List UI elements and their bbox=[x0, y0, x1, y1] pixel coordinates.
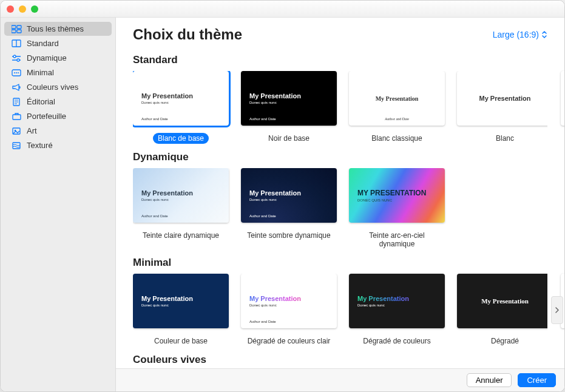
theme-grid: My PresentationDonec quis nuncCouleur de… bbox=[133, 274, 547, 346]
svg-point-11 bbox=[14, 72, 15, 73]
svg-rect-0 bbox=[12, 25, 16, 29]
theme-label: Dégradé bbox=[486, 336, 524, 346]
theme-card[interactable]: My PresentationDonec quis nuncAuthor and… bbox=[133, 168, 229, 249]
briefcase-icon bbox=[12, 112, 22, 121]
svg-rect-1 bbox=[17, 25, 21, 29]
thumb-sub: DONEC QUIS NUNC bbox=[357, 198, 436, 202]
sidebar-item-minimal[interactable]: Minimal bbox=[4, 66, 112, 79]
megaphone-icon bbox=[12, 83, 22, 92]
theme-card[interactable]: My PresentationDonec quis nuncAuthor and… bbox=[241, 274, 337, 346]
texture-icon bbox=[12, 141, 22, 150]
theme-label: Blanc classique bbox=[367, 133, 427, 144]
theme-card[interactable]: My PresentationDonec quis nuncDégradé de… bbox=[349, 274, 445, 346]
sidebar: Tous les thèmesStandardDynamiqueMinimalC… bbox=[1, 18, 116, 391]
thumb-title: MY PRESENTATION bbox=[357, 189, 436, 197]
theme-label: Teinte sombre dynamique bbox=[242, 230, 335, 241]
thumb-sub: Donec quis nunc bbox=[249, 101, 328, 104]
thumb-foot: Author and Date bbox=[141, 117, 168, 121]
titlebar bbox=[1, 1, 564, 18]
theme-card[interactable]: My PresentationDonec quis nuncAuthor and… bbox=[133, 71, 229, 144]
sidebar-item-éditorial[interactable]: Éditorial bbox=[4, 95, 112, 109]
minimize-icon[interactable] bbox=[19, 5, 26, 13]
theme-peek bbox=[561, 71, 564, 126]
thumb-sub: Donec quis nunc bbox=[141, 101, 220, 104]
thumb-title: My Presentation bbox=[249, 295, 328, 302]
theme-thumbnail: My PresentationDonec quis nuncAuthor and… bbox=[241, 274, 337, 328]
body: Tous les thèmesStandardDynamiqueMinimalC… bbox=[1, 18, 564, 391]
theme-label: Teinte claire dynamique bbox=[138, 230, 224, 241]
sidebar-item-couleurs-vives[interactable]: Couleurs vives bbox=[4, 80, 112, 94]
document-icon bbox=[12, 98, 22, 106]
sidebar-item-label: Portefeuille bbox=[27, 112, 66, 121]
theme-label: Dégradé de couleurs clair bbox=[243, 336, 336, 346]
window-controls bbox=[7, 5, 38, 13]
svg-point-12 bbox=[16, 72, 17, 73]
section-dynamique: My PresentationDonec quis nuncAuthor and… bbox=[133, 168, 564, 249]
theme-label: Blanc bbox=[491, 133, 519, 144]
thumb-sub: Donec quis nunc bbox=[249, 303, 328, 307]
section-title: Couleurs vives bbox=[133, 354, 564, 366]
thumb-sub: Donec quis nunc bbox=[141, 198, 220, 201]
sidebar-item-art[interactable]: Art bbox=[4, 124, 112, 138]
thumb-title: My Presentation bbox=[479, 95, 531, 102]
theme-card[interactable]: My PresentationDonec quis nuncAuthor and… bbox=[241, 168, 337, 249]
theme-thumbnail: My PresentationDonec quis nunc bbox=[349, 274, 445, 328]
theme-label: Couleur de base bbox=[149, 336, 212, 346]
theme-thumbnail: My PresentationDonec quis nuncAuthor and… bbox=[133, 168, 229, 223]
chevron-right-icon bbox=[555, 306, 560, 314]
section-title: Minimal bbox=[133, 257, 564, 269]
thumb-title: My Presentation bbox=[357, 295, 436, 302]
footer: Annuler Créer bbox=[116, 368, 564, 391]
sidebar-item-label: Minimal bbox=[27, 68, 54, 77]
dots-icon bbox=[12, 69, 22, 77]
svg-rect-18 bbox=[13, 115, 21, 120]
svg-point-13 bbox=[18, 72, 19, 73]
sidebar-item-portefeuille[interactable]: Portefeuille bbox=[4, 109, 112, 123]
chevron-updown-icon bbox=[541, 30, 547, 39]
sidebar-item-label: Dynamique bbox=[27, 53, 67, 63]
theme-card[interactable]: My PresentationBlanc bbox=[457, 71, 547, 144]
section-title: Dynamique bbox=[133, 151, 564, 163]
slide-size-label: Large (16:9) bbox=[493, 30, 539, 39]
close-icon[interactable] bbox=[7, 5, 14, 13]
sidebar-item-dynamique[interactable]: Dynamique bbox=[4, 51, 112, 65]
sidebar-item-label: Standard bbox=[27, 39, 59, 48]
content-scroll[interactable]: StandardMy PresentationDonec quis nuncAu… bbox=[116, 47, 564, 368]
section-standard: My PresentationDonec quis nuncAuthor and… bbox=[133, 71, 564, 144]
theme-thumbnail: My PresentationDonec quis nuncAuthor and… bbox=[133, 71, 229, 126]
sidebar-item-label: Éditorial bbox=[27, 97, 55, 106]
theme-chooser-window: Tous les thèmesStandardDynamiqueMinimalC… bbox=[0, 0, 565, 392]
sidebar-item-tous-les-thèmes[interactable]: Tous les thèmes bbox=[4, 22, 112, 36]
art-icon bbox=[12, 127, 22, 135]
theme-card[interactable]: My PresentationDonec quis nuncAuthor and… bbox=[241, 71, 337, 144]
theme-thumbnail: MY PRESENTATIONDONEC QUIS NUNC bbox=[349, 168, 445, 223]
theme-card[interactable]: My PresentationDonec quis nuncCouleur de… bbox=[133, 274, 229, 346]
section-title: Standard bbox=[133, 54, 564, 66]
svg-point-9 bbox=[17, 59, 19, 61]
theme-label: Blanc de base bbox=[153, 133, 209, 144]
sidebar-item-standard[interactable]: Standard bbox=[4, 36, 112, 50]
sidebar-item-label: Texturé bbox=[27, 141, 53, 150]
cancel-button[interactable]: Annuler bbox=[467, 373, 512, 387]
theme-card[interactable]: MY PRESENTATIONDONEC QUIS NUNCTeinte arc… bbox=[349, 168, 445, 249]
theme-label: Dégradé de couleurs bbox=[358, 336, 435, 346]
header: Choix du thème Large (16:9) bbox=[116, 18, 564, 47]
scroll-right-button[interactable] bbox=[551, 296, 563, 324]
thumb-foot: Author and Date bbox=[349, 117, 445, 121]
theme-grid: My PresentationDonec quis nuncAuthor and… bbox=[133, 168, 547, 249]
theme-card[interactable]: My PresentationAuthor and DateBlanc clas… bbox=[349, 71, 445, 144]
sidebar-item-label: Art bbox=[27, 126, 37, 135]
sidebar-item-label: Couleurs vives bbox=[27, 83, 78, 92]
sidebar-item-texturé[interactable]: Texturé bbox=[4, 138, 112, 152]
grid-all-icon bbox=[12, 25, 22, 33]
theme-thumbnail: My Presentation bbox=[457, 71, 547, 126]
thumb-title: My Presentation bbox=[376, 95, 419, 102]
page-title: Choix du thème bbox=[133, 26, 242, 43]
sliders-icon bbox=[12, 54, 22, 63]
thumb-title: My Presentation bbox=[141, 295, 220, 302]
theme-thumbnail: My Presentation bbox=[457, 274, 547, 328]
create-button[interactable]: Créer bbox=[518, 373, 556, 387]
theme-card[interactable]: My PresentationDégradé bbox=[457, 274, 547, 346]
slide-size-select[interactable]: Large (16:9) bbox=[493, 30, 547, 39]
zoom-icon[interactable] bbox=[31, 5, 38, 13]
